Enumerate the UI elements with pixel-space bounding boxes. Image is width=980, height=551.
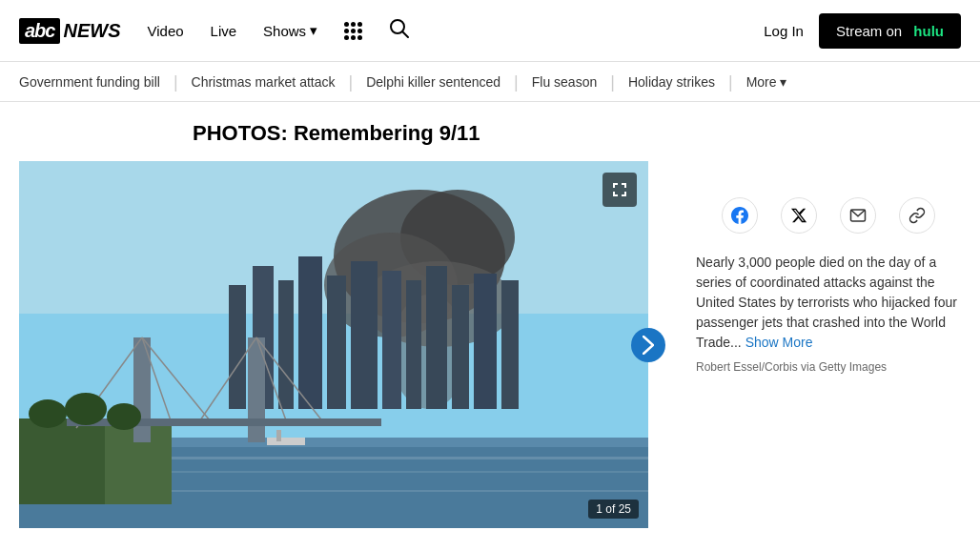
nav-live[interactable]: Live (211, 23, 237, 39)
grid-dot (344, 29, 349, 33)
svg-rect-19 (474, 274, 497, 409)
logo-news-text: NEWS (63, 20, 120, 42)
grid-dot (351, 22, 356, 27)
nav-shows-label: Shows (263, 23, 306, 39)
svg-rect-38 (276, 430, 281, 441)
nav-video[interactable]: Video (147, 23, 183, 39)
grid-dot (351, 29, 356, 33)
nav-christmas[interactable]: Christmas market attack (178, 62, 349, 102)
left-column: PHOTOS: Remembering 9/11 (19, 102, 677, 528)
description-text: Nearly 3,000 people died on the day of a… (696, 255, 957, 350)
grid-dot (357, 35, 362, 40)
svg-point-41 (107, 403, 141, 430)
header: abc NEWS Video Live Shows ▾ (0, 0, 980, 62)
photo-slideshow: 1 of 25 (19, 161, 648, 528)
article-description: Nearly 3,000 people died on the day of a… (696, 253, 961, 353)
svg-rect-20 (501, 280, 519, 409)
social-share-bar (696, 197, 961, 234)
photo-counter: 1 of 25 (588, 500, 639, 519)
nav-bar: Government funding bill | Christmas mark… (0, 62, 980, 102)
copy-link-button[interactable] (899, 197, 935, 234)
chevron-down-icon: ▾ (780, 74, 786, 90)
facebook-share-button[interactable] (722, 197, 758, 234)
email-share-button[interactable] (840, 197, 876, 234)
nav-gov-funding[interactable]: Government funding bill (19, 62, 174, 102)
login-button[interactable]: Log In (764, 23, 804, 39)
svg-rect-12 (298, 256, 322, 409)
grid-dot (351, 35, 356, 40)
grid-dot (357, 22, 362, 27)
header-left: abc NEWS Video Live Shows ▾ (19, 18, 410, 44)
nav-shows[interactable]: Shows ▾ (263, 22, 317, 39)
logo-box: abc (19, 18, 60, 44)
nav-holiday-strikes[interactable]: Holiday strikes (615, 62, 728, 102)
chevron-down-icon: ▾ (310, 22, 317, 39)
grid-dot (344, 22, 349, 27)
svg-rect-37 (267, 438, 305, 445)
main-content: PHOTOS: Remembering 9/11 (0, 102, 980, 528)
hulu-label: hulu (913, 23, 944, 39)
nav-delphi[interactable]: Delphi killer sentenced (353, 62, 514, 102)
svg-rect-16 (406, 280, 421, 409)
logo-abc-text: abc (25, 20, 54, 41)
svg-rect-27 (19, 418, 105, 504)
stream-button[interactable]: Stream on hulu (819, 13, 961, 49)
more-label: More (746, 74, 777, 90)
svg-rect-17 (426, 266, 447, 409)
nav-flu-season[interactable]: Flu season (519, 62, 610, 102)
svg-rect-11 (278, 280, 294, 409)
expand-button[interactable] (602, 173, 637, 207)
more-button[interactable]: More ▾ (733, 74, 800, 90)
stream-label: Stream on (836, 23, 902, 39)
grid-dot (357, 29, 362, 33)
svg-rect-13 (327, 276, 346, 409)
svg-line-1 (402, 31, 408, 37)
grid-menu-icon[interactable] (344, 22, 362, 40)
article-title: PHOTOS: Remembering 9/11 (19, 121, 677, 146)
next-photo-button[interactable] (631, 328, 665, 362)
photo-credit: Robert Essel/Corbis via Getty Images (696, 360, 961, 374)
svg-rect-15 (382, 271, 401, 409)
svg-rect-18 (452, 285, 469, 409)
svg-point-40 (65, 393, 107, 425)
right-column: Nearly 3,000 people died on the day of a… (677, 102, 961, 528)
svg-point-39 (29, 399, 67, 428)
header-right: Log In Stream on hulu (764, 13, 961, 49)
photo-image (19, 161, 648, 528)
svg-rect-14 (351, 261, 378, 409)
svg-rect-9 (229, 285, 246, 409)
abc-news-logo[interactable]: abc NEWS (19, 18, 120, 44)
show-more-button[interactable]: Show More (745, 335, 813, 350)
twitter-share-button[interactable] (781, 197, 817, 234)
search-icon[interactable] (389, 18, 410, 44)
grid-dot (344, 35, 349, 40)
